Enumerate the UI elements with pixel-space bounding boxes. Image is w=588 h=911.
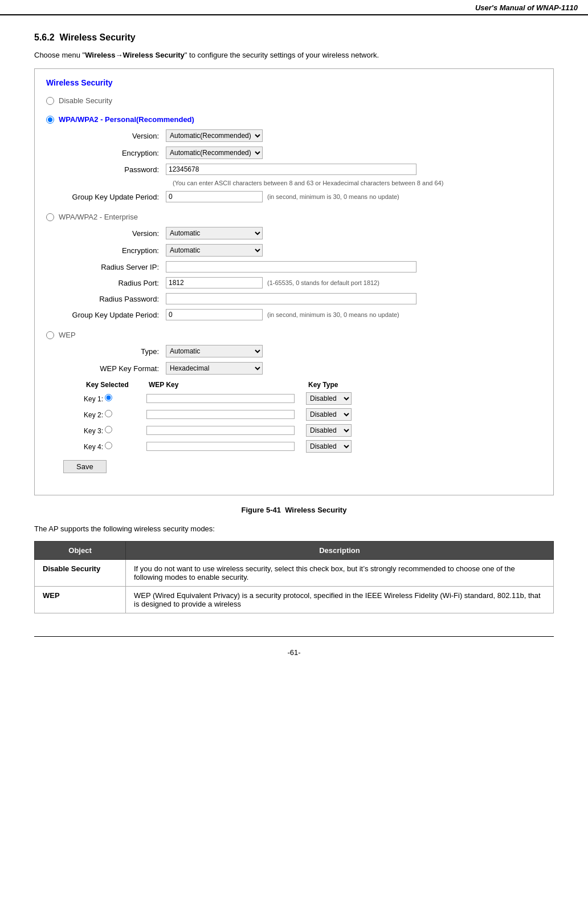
wep-key2-input[interactable]: [146, 410, 295, 419]
wep-key3-type-select[interactable]: Disabled: [306, 424, 352, 437]
ent-groupkey-input[interactable]: [166, 309, 263, 320]
panel-heading: Wireless Security: [46, 78, 542, 87]
ent-groupkey-label: Group Key Update Period:: [63, 311, 166, 319]
wpa-enterprise-label[interactable]: WPA/WPA2 - Enterprise: [46, 213, 542, 221]
save-button[interactable]: Save: [63, 460, 107, 473]
wep-key1-input[interactable]: [146, 394, 295, 403]
wep-key-table: Key Selected WEP Key Key Type Key 1:: [80, 379, 371, 454]
wep-key1-value: [143, 391, 303, 406]
wep-key4-type-select[interactable]: Disabled: [306, 440, 352, 453]
wep-row-3: Key 3: Disabled: [80, 422, 371, 438]
wep-type-label: Type:: [63, 347, 166, 356]
table-cell-object-2: WEP: [35, 587, 126, 613]
ent-radius-port-input[interactable]: [166, 277, 263, 288]
wep-section: WEP Type: Automatic WEP Key Format: Hexa…: [46, 331, 542, 473]
footer-divider: [34, 636, 554, 637]
wep-key1-radio[interactable]: [105, 394, 112, 401]
wep-key2-type-select[interactable]: Disabled: [306, 408, 352, 421]
wpa-groupkey-label: Group Key Update Period:: [63, 193, 166, 201]
ent-radius-ip-label: Radius Server IP:: [63, 263, 166, 271]
figure-caption: Figure 5-41 Wireless Security: [34, 506, 554, 514]
wpa-password-hint: (You can enter ASCII characters between …: [156, 180, 542, 186]
disable-security-label[interactable]: Disable Security: [46, 96, 542, 105]
ent-version-select[interactable]: Automatic: [166, 227, 263, 239]
intro-text: Choose menu "Wireless→Wireless Security"…: [34, 51, 554, 59]
ent-encryption-select[interactable]: Automatic: [166, 244, 263, 257]
table-cell-desc-2: WEP (Wired Equivalent Privacy) is a secu…: [126, 587, 554, 613]
wpa-password-label: Password:: [63, 165, 166, 174]
ent-radius-port-label: Radius Port:: [63, 279, 166, 287]
ent-radius-password-input[interactable]: [166, 293, 416, 304]
wep-key4-selected: Key 4:: [80, 438, 143, 454]
ap-description: The AP supports the following wireless s…: [34, 524, 554, 533]
disable-security-radio[interactable]: [46, 97, 54, 105]
wep-type-row: Type: Automatic: [46, 345, 542, 357]
table-col-object: Object: [35, 542, 126, 560]
wep-key2-value: [143, 406, 303, 422]
ent-version-label: Version:: [63, 229, 166, 238]
header-title: User's Manual of WNAP-1110: [475, 3, 578, 12]
table-cell-object-1: Disable Security: [35, 560, 126, 587]
wep-col-selected: Key Selected: [80, 379, 143, 391]
wep-col-keytype: Key Type: [303, 379, 371, 391]
wpa-enterprise-section: WPA/WPA2 - Enterprise Version: Automatic…: [46, 213, 542, 320]
wpa-password-input[interactable]: [166, 164, 416, 175]
ent-groupkey-row: Group Key Update Period: (in second, min…: [46, 309, 542, 320]
wpa-version-label: Version:: [63, 132, 166, 140]
wep-row-2: Key 2: Disabled: [80, 406, 371, 422]
wep-radio[interactable]: [46, 331, 54, 339]
wep-key3-radio[interactable]: [105, 426, 112, 433]
wpa-personal-label[interactable]: WPA/WPA2 - Personal(Recommended): [46, 115, 542, 124]
wep-row-1: Key 1: Disabled: [80, 391, 371, 406]
ent-radius-password-row: Radius Password:: [46, 293, 542, 304]
disable-security-section: Disable Security: [46, 96, 542, 105]
wep-key1-selected: Key 1:: [80, 391, 143, 406]
ent-encryption-row: Encryption: Automatic: [46, 244, 542, 257]
table-row: Disable Security If you do not want to u…: [35, 560, 554, 587]
wep-key4-type: Disabled: [303, 438, 371, 454]
wep-key1-type-select[interactable]: Disabled: [306, 392, 352, 405]
wep-type-select[interactable]: Automatic: [166, 345, 263, 357]
wep-key1-type: Disabled: [303, 391, 371, 406]
ent-radius-ip-row: Radius Server IP:: [46, 261, 542, 273]
wpa-groupkey-hint: (in second, minimum is 30, 0 means no up…: [267, 193, 399, 200]
section-title: 5.6.2 Wireless Security: [34, 32, 554, 43]
ent-radius-ip-input[interactable]: [166, 261, 416, 273]
ent-radius-port-row: Radius Port: (1-65535, 0 stands for defa…: [46, 277, 542, 288]
ent-version-row: Version: Automatic: [46, 227, 542, 239]
ent-encryption-label: Encryption:: [63, 246, 166, 255]
wep-row-4: Key 4: Disabled: [80, 438, 371, 454]
wpa-version-select[interactable]: Automatic(Recommended): [166, 129, 263, 142]
wpa-groupkey-row: Group Key Update Period: (in second, min…: [46, 191, 542, 202]
page-header: User's Manual of WNAP-1110: [0, 0, 588, 15]
wpa-personal-section: WPA/WPA2 - Personal(Recommended) Version…: [46, 115, 542, 202]
wpa-encryption-select[interactable]: Automatic(Recommended): [166, 147, 263, 159]
wep-key4-input[interactable]: [146, 442, 295, 451]
page-footer: -61-: [0, 648, 588, 662]
wpa-personal-radio[interactable]: [46, 116, 54, 124]
page-number: -61-: [287, 648, 300, 657]
wep-format-row: WEP Key Format: Hexadecimal: [46, 362, 542, 375]
wpa-version-row: Version: Automatic(Recommended): [46, 129, 542, 142]
table-cell-desc-1: If you do not want to use wireless secur…: [126, 560, 554, 587]
wep-key2-radio[interactable]: [105, 410, 112, 417]
ent-radius-port-hint: (1-65535, 0 stands for default port 1812…: [267, 279, 379, 286]
wpa-enterprise-radio[interactable]: [46, 213, 54, 221]
wpa-groupkey-input[interactable]: [166, 191, 263, 202]
description-table: Object Description Disable Security If y…: [34, 541, 554, 613]
save-row: Save: [46, 460, 542, 473]
wep-key3-input[interactable]: [146, 426, 295, 435]
wep-key2-type: Disabled: [303, 406, 371, 422]
wireless-panel: Wireless Security Disable Security WPA/W…: [34, 68, 554, 495]
wep-key3-type: Disabled: [303, 422, 371, 438]
wep-key2-selected: Key 2:: [80, 406, 143, 422]
wpa-password-row: Password:: [46, 164, 542, 175]
ent-groupkey-hint: (in second, minimum is 30, 0 means no up…: [267, 311, 399, 318]
wep-key3-selected: Key 3:: [80, 422, 143, 438]
wep-key3-value: [143, 422, 303, 438]
wep-key4-radio[interactable]: [105, 442, 112, 449]
wep-label[interactable]: WEP: [46, 331, 542, 339]
table-col-description: Description: [126, 542, 554, 560]
wep-format-select[interactable]: Hexadecimal: [166, 362, 263, 375]
wpa-encryption-row: Encryption: Automatic(Recommended): [46, 147, 542, 159]
